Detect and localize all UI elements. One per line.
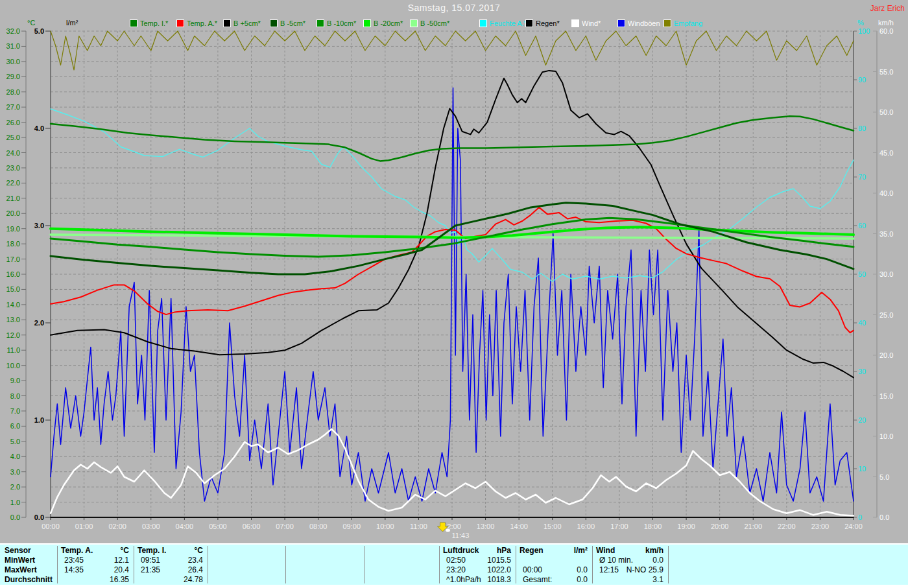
celsius-tick-label: 15.0	[6, 285, 20, 293]
legend-swatch-feuchte-a	[479, 19, 487, 27]
celsius-tick-label: 14.0	[6, 301, 20, 309]
rain-tick-label: 4.0	[34, 124, 44, 132]
kmh-tick-label: 35.0	[879, 230, 893, 238]
table-row	[285, 565, 364, 575]
table-cell	[285, 565, 293, 575]
legend-label: Windböen	[628, 19, 660, 27]
legend-label: B -50cm*	[420, 19, 449, 27]
table-column-empty-3	[285, 546, 364, 585]
watermark-author: Jarz Erich	[870, 4, 905, 13]
table-row	[668, 546, 908, 556]
kmh-tick-label: 40.0	[879, 189, 893, 197]
hour-label: 04:00	[176, 523, 194, 530]
table-row: LuftdruckhPa	[439, 546, 516, 556]
celsius-tick-label: 20.0	[6, 209, 20, 217]
rain-tick-label: 5.0	[34, 27, 44, 35]
kmh-tick-label: 50.0	[879, 108, 893, 116]
table-cell: 12.1	[114, 556, 134, 565]
page-title: Samstag, 15.07.2017	[0, 3, 908, 13]
table-cell: Ø 10 min.	[592, 556, 633, 565]
kmh-tick-label: 55.0	[879, 68, 893, 76]
celsius-tick-label: 11.0	[6, 346, 20, 354]
table-divider	[516, 546, 516, 583]
table-cell	[281, 575, 285, 585]
table-column-temp-a: Temp. A.°C23:4512.114:3520.416.35	[57, 546, 134, 585]
table-cell	[134, 575, 141, 585]
table-bottom-strip	[0, 585, 908, 588]
stats-table: SensorMinWertMaxWertDurchschnittTemp. A.…	[0, 543, 908, 585]
legend-label: Feuchte A.*	[490, 19, 527, 27]
kmh-tick-label: 30.0	[879, 270, 893, 278]
table-cell: °C	[195, 546, 208, 556]
celsius-tick-label: 0.0	[10, 513, 20, 521]
kmh-tick-label: 10.0	[879, 432, 893, 440]
table-cell	[668, 565, 675, 575]
celsius-tick-label: 30.0	[6, 58, 20, 65]
celsius-tick-label: 8.0	[10, 392, 20, 400]
hour-label: 13:00	[477, 523, 495, 530]
hour-label: 21:00	[744, 523, 762, 530]
table-cell	[281, 556, 285, 565]
table-cell	[435, 565, 439, 575]
hour-label: 19:00	[677, 523, 695, 530]
table-row: 09:5123.4	[134, 556, 208, 565]
hour-label: 10:00	[376, 523, 394, 530]
legend-swatch-regen	[525, 19, 533, 27]
table-cell	[364, 575, 371, 585]
table-cell	[435, 556, 439, 565]
hour-label: 06:00	[243, 523, 261, 530]
celsius-tick-label: 4.0	[10, 453, 20, 460]
table-row	[208, 575, 285, 585]
hour-label: 05:00	[209, 523, 227, 530]
table-cell	[359, 565, 364, 575]
rain-tick-label: 0.0	[34, 513, 44, 521]
celsius-tick-label: 25.0	[6, 134, 20, 141]
celsius-tick-label: 19.0	[6, 225, 20, 233]
table-cell	[359, 575, 364, 585]
celsius-tick-label: 22.0	[6, 179, 20, 187]
legend-item-wind: Wind*	[571, 19, 601, 27]
legend-label: Temp. I.*	[140, 19, 168, 27]
table-row: 23:201022.0	[439, 565, 516, 575]
table-cell	[903, 575, 908, 585]
table-row-label: Durchschnitt	[0, 575, 57, 585]
table-cell	[435, 546, 439, 556]
table-cell: 1022.0	[487, 565, 516, 575]
table-row	[668, 556, 908, 565]
table-cell: Temp. I.	[134, 546, 166, 556]
legend-swatch-temp-i	[130, 19, 137, 27]
celsius-tick-label: 5.0	[10, 438, 20, 445]
celsius-tick-label: 2.0	[10, 483, 20, 491]
table-row: 12:15N-NO 25.9	[592, 565, 668, 575]
table-row: 16.35	[57, 575, 134, 585]
legend-label: B -20cm*	[374, 19, 403, 27]
kmh-tick-label: 45.0	[879, 149, 893, 157]
legend-swatch-b-50cm	[410, 19, 418, 27]
table-cell	[903, 556, 908, 565]
table-cell: 23:20	[439, 565, 466, 575]
celsius-tick-label: 29.0	[6, 73, 20, 80]
legend-item-b-20cm: B -20cm*	[363, 19, 403, 27]
legend-label: Empfang	[674, 19, 702, 27]
celsius-tick-label: 6.0	[10, 422, 20, 430]
table-cell: l/m²	[574, 546, 592, 556]
rain-tick-label: 1.0	[34, 416, 44, 424]
table-cell: 26.4	[188, 565, 208, 575]
kmh-tick-label: 0.0	[879, 513, 889, 521]
table-row: 02:501015.5	[439, 556, 516, 565]
table-column-wind: Windkm/hØ 10 min.0.012:15N-NO 25.93.1	[592, 546, 668, 585]
table-row: 21:3526.4	[134, 565, 208, 575]
table-cell: Luftdruck	[439, 546, 479, 556]
table-cell: 1015.5	[487, 556, 516, 565]
legend-label: Regen*	[536, 19, 560, 27]
table-cell: 12:15	[592, 565, 619, 575]
table-cell: 0.0	[577, 565, 592, 575]
table-cell	[588, 556, 592, 565]
table-row: Temp. I.°C	[134, 546, 208, 556]
kmh-tick-label: 20.0	[879, 351, 893, 359]
legend-swatch-b-5cm	[223, 19, 231, 27]
table-column-empty-4	[364, 546, 439, 585]
celsius-tick-label: 23.0	[6, 164, 20, 172]
legend-item-temp-a: Temp. A.*	[176, 19, 217, 27]
table-row: Gesamt:0.0	[516, 575, 592, 585]
